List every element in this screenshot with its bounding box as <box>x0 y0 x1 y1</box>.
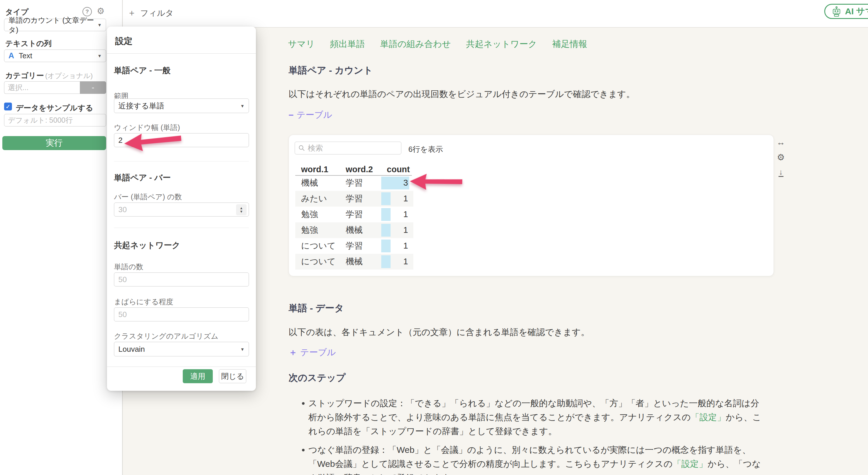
app-screen: ＋ フィルタ AI サマリ タイプ ? ⚙ 単語のカウント (文章データ) ▼ … <box>0 0 868 475</box>
ai-summary-button[interactable]: AI サマリ <box>824 4 868 19</box>
tab-4[interactable]: 共起ネットワーク <box>466 38 537 50</box>
chevron-down-icon: ▼ <box>240 347 245 352</box>
cell-word1: について <box>301 256 336 267</box>
category-label: カテゴリー <box>5 71 44 80</box>
column-header-word2[interactable]: word.2 <box>346 165 373 174</box>
table-row[interactable]: 勉強学習1 <box>295 207 413 222</box>
cell-word2: 機械 <box>346 256 363 267</box>
add-filter-button[interactable]: ＋ フィルタ <box>127 7 174 19</box>
sparse-input[interactable]: 50 <box>114 308 249 321</box>
cell-word2: 機械 <box>346 224 363 236</box>
text-column-select[interactable]: A Text ▼ <box>4 50 106 62</box>
bar-count-label: バー (単語ペア) の数 <box>114 192 182 202</box>
count-bar <box>381 224 391 236</box>
chevron-down-icon: ▼ <box>240 103 245 108</box>
category-remove-button[interactable]: - <box>80 81 106 94</box>
bar-count-stepper[interactable]: 30 ▲ ▼ <box>114 202 249 217</box>
help-icon[interactable]: ? <box>83 7 92 16</box>
section-word-pair-general: 単語ペア - 一般 <box>114 65 170 76</box>
cell-count: 1 <box>381 192 409 205</box>
cell-word1: 勉強 <box>301 209 318 220</box>
tab-1[interactable]: サマリ <box>288 38 315 50</box>
sample-data-checkbox[interactable]: ✓ <box>4 102 12 110</box>
count-value: 1 <box>403 257 408 266</box>
table-expand-link[interactable]: ＋ テーブル <box>288 347 336 358</box>
count-bar <box>381 208 391 221</box>
robot-icon <box>832 6 841 17</box>
table-collapse-link[interactable]: − テーブル <box>288 109 332 121</box>
category-select-input[interactable]: 選択... <box>4 81 80 94</box>
table-body: 機械学習3みたい学習1勉強学習1勉強機械1について学習1について機械1 <box>295 175 413 270</box>
table-row[interactable]: みたい学習1 <box>295 191 413 207</box>
settings-link[interactable]: 「設定」 <box>691 412 726 422</box>
table-row[interactable]: 機械学習3 <box>295 175 413 191</box>
rows-shown-label: 6行を表示 <box>408 144 443 154</box>
cluster-algorithm-value: Louvain <box>118 345 145 354</box>
stepper-arrows-icon[interactable]: ▲ ▼ <box>236 204 247 215</box>
table-row[interactable]: について機械1 <box>295 254 413 270</box>
run-button[interactable]: 実行 <box>2 136 106 150</box>
tab-3[interactable]: 単語の組み合わせ <box>380 38 451 50</box>
analytics-type-select[interactable]: 単語のカウント (文章データ) ▼ <box>4 19 106 31</box>
search-placeholder: 検索 <box>308 143 323 153</box>
cell-word2: 学習 <box>346 209 363 220</box>
chevron-down-icon: ▼ <box>97 53 102 58</box>
apply-button[interactable]: 適用 <box>183 369 213 383</box>
column-header-word1[interactable]: word.1 <box>301 165 328 174</box>
chevron-down-icon: ▼ <box>97 23 102 27</box>
count-value: 1 <box>403 194 408 203</box>
count-bar <box>381 240 391 252</box>
table-search-input[interactable]: 検索 <box>295 141 401 154</box>
analytics-type-value: 単語のカウント (文章データ) <box>8 15 97 35</box>
word-pair-count-description: 以下はそれぞれの単語のペアの出現回数をビジュアル付きのテーブルで確認できます。 <box>288 88 635 100</box>
plus-icon: ＋ <box>127 7 136 19</box>
table-settings-gear-icon[interactable]: ⚙ <box>777 153 785 162</box>
tab-2[interactable]: 頻出単語 <box>330 38 365 50</box>
tab-5[interactable]: 補足情報 <box>552 38 587 50</box>
result-tabs: サマリ頻出単語単語の組み合わせ共起ネットワーク補足情報 <box>288 38 587 50</box>
cell-count: 3 <box>381 177 409 189</box>
table-row[interactable]: について学習1 <box>295 238 413 254</box>
word-count-input[interactable]: 50 <box>114 273 249 286</box>
category-input-group: 選択... - <box>4 81 106 94</box>
analytics-sidebar: タイプ ? ⚙ 単語のカウント (文章データ) ▼ テキストの列 A Text … <box>0 0 123 475</box>
cluster-algorithm-select[interactable]: Louvain ▼ <box>114 342 249 356</box>
table-row[interactable]: 勉強機械1 <box>295 222 413 238</box>
cell-word2: 学習 <box>346 240 363 252</box>
cell-word2: 学習 <box>346 177 363 189</box>
next-steps-title: 次のステップ <box>288 372 346 384</box>
settings-dialog: 設定 単語ペア - 一般 範囲 近接する単語 ▼ ウィンドウ幅 (単語) 2 単… <box>107 27 256 391</box>
add-filter-label: フィルタ <box>140 7 174 19</box>
annotation-arrow-count-3 <box>407 172 465 193</box>
table-header: word.1 word.2 count <box>295 165 412 176</box>
resize-horizontal-icon[interactable]: ↔ <box>776 138 785 147</box>
count-value: 1 <box>403 225 408 235</box>
text-type-icon: A <box>8 51 14 60</box>
cluster-algorithm-label: クラスタリングのアルゴリズム <box>114 331 218 341</box>
minus-icon: − <box>288 110 294 120</box>
search-icon <box>299 145 305 151</box>
settings-link[interactable]: 「設定」 <box>673 459 707 469</box>
download-icon[interactable]: ↓ <box>778 168 783 177</box>
text-column-value: Text <box>19 52 32 60</box>
section-word-pair-bar: 単語ペア - バー <box>114 172 171 183</box>
sample-size-input[interactable]: デフォルト: 5000行 <box>4 114 106 126</box>
count-value: 1 <box>403 210 408 219</box>
top-bar: ＋ フィルタ AI サマリ <box>123 0 868 28</box>
close-button[interactable]: 閉じる <box>219 369 246 383</box>
count-value: 1 <box>403 241 408 251</box>
cell-word1: 機械 <box>301 177 318 189</box>
range-select[interactable]: 近接する単語 ▼ <box>114 98 249 113</box>
next-step-item: ストップワードの設定：「できる」「られる」などの一般的な助動詞や、「方」「者」と… <box>300 396 767 438</box>
gear-icon[interactable]: ⚙ <box>97 6 105 16</box>
word-pair-table-card: 検索 6行を表示 word.1 word.2 count 機械学習3みたい学習1… <box>288 135 774 276</box>
cell-word1: みたい <box>301 193 327 204</box>
table-expand-label: テーブル <box>300 347 336 358</box>
cell-count: 1 <box>381 208 409 221</box>
table-collapse-label: テーブル <box>297 109 332 121</box>
divider <box>114 161 249 161</box>
column-header-count[interactable]: count <box>387 165 410 174</box>
word-pair-count-title: 単語ペア - カウント <box>288 64 373 77</box>
cell-count: 1 <box>381 224 409 236</box>
section-network: 共起ネットワーク <box>114 240 180 251</box>
